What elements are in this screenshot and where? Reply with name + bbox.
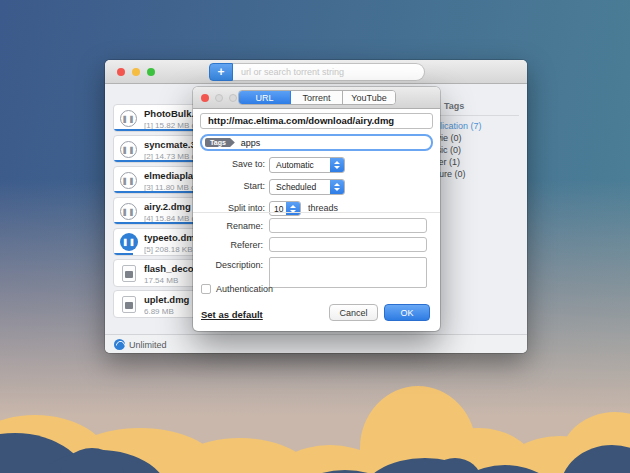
stepper-arrows-icon — [286, 202, 300, 215]
start-popup[interactable]: Scheduled — [269, 179, 345, 195]
wallpaper-clouds — [0, 348, 630, 473]
referer-label: Referer: — [198, 240, 263, 250]
save-to-value: Automatic — [270, 158, 330, 172]
authentication-row: Authentication — [201, 284, 273, 294]
set-as-default-link[interactable]: Set as default — [201, 309, 263, 320]
download-name: elmediaplay — [144, 170, 198, 181]
tab-youtube[interactable]: YouTube — [343, 91, 395, 104]
download-meta: [5] 208.18 KB — [144, 245, 195, 254]
traffic-lights — [117, 68, 155, 76]
search-input[interactable] — [233, 63, 425, 81]
save-to-label: Save to: — [200, 159, 265, 169]
zoom-button[interactable] — [147, 68, 155, 76]
download-name: PhotoBulk.d — [144, 108, 200, 119]
tab-url[interactable]: URL — [239, 91, 291, 104]
dialog-titlebar[interactable]: URL Torrent YouTube — [193, 87, 440, 109]
rename-input[interactable] — [269, 218, 427, 233]
description-textarea[interactable] — [269, 257, 427, 288]
cancel-button[interactable]: Cancel — [329, 304, 378, 321]
tags-input-value: apps — [241, 138, 261, 148]
progress-bar — [114, 253, 133, 255]
tags-panel-header: Tags — [444, 101, 464, 111]
speed-gauge-icon[interactable] — [114, 339, 125, 350]
dialog-zoom-button — [229, 94, 237, 102]
dialog-minimize-button — [215, 94, 223, 102]
add-download-button[interactable]: + — [209, 63, 233, 81]
split-into-stepper[interactable]: 10 — [269, 201, 301, 216]
download-name: airy.2.dmg — [144, 201, 196, 212]
speed-status: Unlimited — [129, 340, 167, 350]
tab-torrent[interactable]: Torrent — [291, 91, 343, 104]
divider — [439, 115, 519, 116]
download-name: flash_decor — [144, 263, 197, 274]
tags-input[interactable]: Tags apps — [200, 134, 433, 151]
popup-arrows-icon — [330, 158, 344, 172]
divider — [193, 212, 440, 213]
save-to-popup[interactable]: Automatic — [269, 157, 345, 173]
description-label: Description: — [198, 260, 263, 270]
split-into-value: 10 — [270, 202, 286, 215]
download-name: syncmate.3 — [144, 139, 196, 150]
main-titlebar[interactable]: + — [105, 60, 527, 84]
pause-icon[interactable]: ❚❚ — [120, 141, 137, 158]
add-download-dialog: URL Torrent YouTube http://mac.eltima.co… — [193, 87, 440, 331]
start-value: Scheduled — [270, 180, 330, 194]
source-type-tabs: URL Torrent YouTube — [238, 90, 396, 105]
pause-icon[interactable]: ❚❚ — [120, 172, 137, 189]
download-meta: 17.54 MB — [144, 276, 197, 285]
referer-input[interactable] — [269, 237, 427, 252]
tags-badge: Tags — [205, 138, 235, 148]
rename-label: Rename: — [198, 221, 263, 231]
ok-button[interactable]: OK — [384, 304, 430, 321]
downloading-icon[interactable]: ❚❚ — [120, 233, 138, 251]
authentication-checkbox[interactable] — [201, 284, 211, 294]
pause-icon[interactable]: ❚❚ — [120, 203, 137, 220]
status-bar: Unlimited — [105, 334, 527, 353]
dialog-traffic-lights — [201, 94, 237, 102]
popup-arrows-icon — [330, 180, 344, 194]
file-icon — [122, 265, 136, 282]
pause-icon[interactable]: ❚❚ — [120, 110, 137, 127]
dialog-close-button[interactable] — [201, 94, 209, 102]
toolbar-search: + — [209, 63, 425, 81]
file-icon — [122, 296, 136, 313]
download-name: uplet.dmg — [144, 294, 189, 305]
download-meta: 6.89 MB — [144, 307, 189, 316]
url-input[interactable]: http://mac.eltima.com/download/airy.dmg — [200, 113, 433, 129]
close-button[interactable] — [117, 68, 125, 76]
download-name: typeeto.dm — [144, 232, 195, 243]
start-label: Start: — [200, 181, 265, 191]
authentication-label: Authentication — [216, 284, 273, 294]
minimize-button[interactable] — [132, 68, 140, 76]
